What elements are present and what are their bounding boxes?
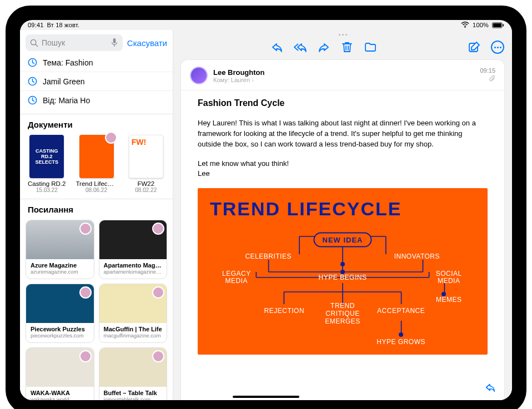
- sender-name[interactable]: Lee Broughton: [213, 68, 474, 77]
- document-thumbnail: CASTING RD.2 SELECTS: [29, 135, 64, 178]
- document-thumbnail: FW!: [129, 135, 163, 178]
- svg-rect-3: [503, 24, 504, 26]
- document-item[interactable]: Trend Lifecycle 08.06.22: [76, 135, 117, 193]
- multitask-handle-icon[interactable]: [173, 30, 512, 38]
- recent-icon: [28, 77, 37, 86]
- recent-icon: [28, 58, 37, 67]
- link-title: Piecework Puzzles: [31, 326, 89, 332]
- link-item[interactable]: Azure Magazineazuremagazine.com: [26, 220, 94, 279]
- new-message-button[interactable]: [468, 41, 481, 54]
- link-item[interactable]: WAKA-WAKAwakawaka.world: [26, 347, 94, 400]
- reply-button[interactable]: [270, 41, 284, 54]
- quick-reply-button[interactable]: [484, 381, 496, 396]
- avatar: [79, 223, 92, 235]
- documents-heading: Документи: [20, 114, 173, 133]
- diagram-node: HYPE GROWS: [377, 338, 425, 346]
- move-button[interactable]: [364, 41, 377, 54]
- link-item[interactable]: Piecework Puzzlespieceworkpuzzles.com: [26, 284, 94, 343]
- mic-icon[interactable]: [111, 38, 118, 47]
- document-date: 08.06.22: [76, 187, 117, 193]
- avatar: [152, 223, 164, 235]
- link-title: Apartamento Maga…: [104, 262, 163, 269]
- toolbar: [173, 38, 512, 57]
- attachment-preview[interactable]: TREND LIFECYCLE: [198, 188, 488, 355]
- avatar: [152, 350, 164, 362]
- diagram-node: ACCEPTANCE: [377, 307, 425, 315]
- message-body: Fashion Trend Cycle Hey Lauren! This is …: [181, 90, 504, 400]
- message-time: 09:15: [480, 67, 495, 74]
- link-thumbnail: [99, 348, 167, 387]
- recent-icon: [28, 95, 37, 105]
- recent-item[interactable]: Від: Maria Ho: [20, 90, 173, 109]
- link-thumbnail: [26, 220, 94, 259]
- document-item[interactable]: CASTING RD.2 SELECTS Casting RD.2 15.03.…: [27, 135, 67, 193]
- message-text: Hey Lauren! This is what I was talking a…: [198, 118, 488, 150]
- more-button[interactable]: [491, 41, 504, 54]
- link-item[interactable]: Apartamento Maga…apartamentomagazine.c…: [99, 220, 168, 279]
- recent-label: Jamil Green: [43, 77, 84, 86]
- search-placeholder: Пошук: [42, 38, 65, 47]
- sender-avatar[interactable]: [190, 67, 208, 84]
- link-title: MacGuffin | The Life: [104, 326, 163, 332]
- diagram-node: NEW IDEA: [314, 233, 372, 248]
- reply-all-button[interactable]: [294, 41, 307, 54]
- links-grid: Azure Magazineazuremagazine.com Apartame…: [20, 218, 173, 400]
- link-title: WAKA-WAKA: [31, 390, 89, 396]
- link-domain: macguffinmagazine.com: [104, 332, 163, 339]
- message-text: Let me know what you think!Lee: [198, 159, 488, 180]
- document-thumbnail: [79, 135, 114, 178]
- diagram-node: MEMES: [436, 296, 462, 304]
- recent-item[interactable]: Тема: Fashion: [20, 53, 173, 72]
- document-name: FW22: [126, 180, 167, 187]
- diagram-node: INNOVATORS: [394, 253, 440, 260]
- battery-percent: 100%: [473, 22, 489, 28]
- svg-rect-6: [113, 38, 116, 43]
- cancel-button[interactable]: Скасувати: [127, 38, 167, 48]
- link-title: Buffet – Table Talk: [104, 390, 163, 396]
- message-card: Lee Broughton Кому: Lauren › 09:15 Fashi…: [181, 60, 504, 400]
- link-thumbnail: [99, 284, 167, 323]
- documents-list: CASTING RD.2 SELECTS Casting RD.2 15.03.…: [20, 133, 173, 199]
- message-pane: Lee Broughton Кому: Lauren › 09:15 Fashi…: [173, 30, 512, 400]
- diagram-node: SOCIALMEDIA: [436, 270, 462, 285]
- document-date: 15.03.22: [27, 187, 67, 193]
- svg-point-0: [465, 27, 466, 28]
- battery-icon: [492, 22, 504, 28]
- link-domain: joinourtabletalk.com: [104, 396, 163, 400]
- recipient-line[interactable]: Кому: Lauren ›: [213, 77, 474, 83]
- link-domain: apartamentomagazine.c…: [104, 269, 163, 275]
- document-name: Casting RD.2: [27, 180, 67, 187]
- link-domain: wakawaka.world: [31, 396, 89, 400]
- recent-item[interactable]: Jamil Green: [20, 72, 173, 90]
- status-time: 09:41: [28, 22, 44, 28]
- svg-line-5: [36, 44, 38, 46]
- search-input[interactable]: Пошук: [26, 34, 123, 51]
- trash-button[interactable]: [340, 41, 354, 54]
- link-item[interactable]: MacGuffin | The Lifemacguffinmagazine.co…: [99, 284, 168, 343]
- diagram-node: HYPE BEGINS: [319, 274, 367, 281]
- document-name: Trend Lifecycle: [76, 180, 117, 187]
- link-domain: azuremagazine.com: [31, 269, 89, 275]
- recent-label: Від: Maria Ho: [43, 96, 90, 105]
- home-indicator[interactable]: [233, 396, 299, 398]
- links-heading: Посилання: [20, 199, 173, 218]
- link-thumbnail: [99, 220, 167, 259]
- avatar: [79, 350, 92, 362]
- message-subject: Fashion Trend Cycle: [198, 98, 488, 108]
- status-date: Вт 18 жовт.: [47, 22, 80, 28]
- recent-searches: Тема: Fashion Jamil Green Від: Maria Ho: [20, 53, 173, 114]
- attachment-title: TREND LIFECYCLE: [210, 198, 475, 220]
- avatar: [105, 132, 117, 144]
- sidebar: Пошук Скасувати Тема: Fashion Jamil Gree…: [20, 30, 173, 400]
- diagram-node: LEGACYMEDIA: [222, 270, 251, 285]
- message-header: Lee Broughton Кому: Lauren › 09:15: [181, 60, 504, 90]
- link-title: Azure Magazine: [31, 262, 89, 269]
- document-item[interactable]: FW! FW22 08.02.22: [126, 135, 167, 193]
- diagram-node: CELEBRITIES: [245, 253, 292, 260]
- status-bar: 09:41 Вт 18 жовт. 100%: [20, 20, 512, 30]
- link-item[interactable]: Buffet – Table Talkjoinourtabletalk.com: [99, 347, 168, 400]
- link-thumbnail: [26, 284, 94, 323]
- forward-button[interactable]: [317, 41, 330, 54]
- document-date: 08.02.22: [126, 187, 167, 193]
- link-domain: pieceworkpuzzles.com: [31, 332, 89, 339]
